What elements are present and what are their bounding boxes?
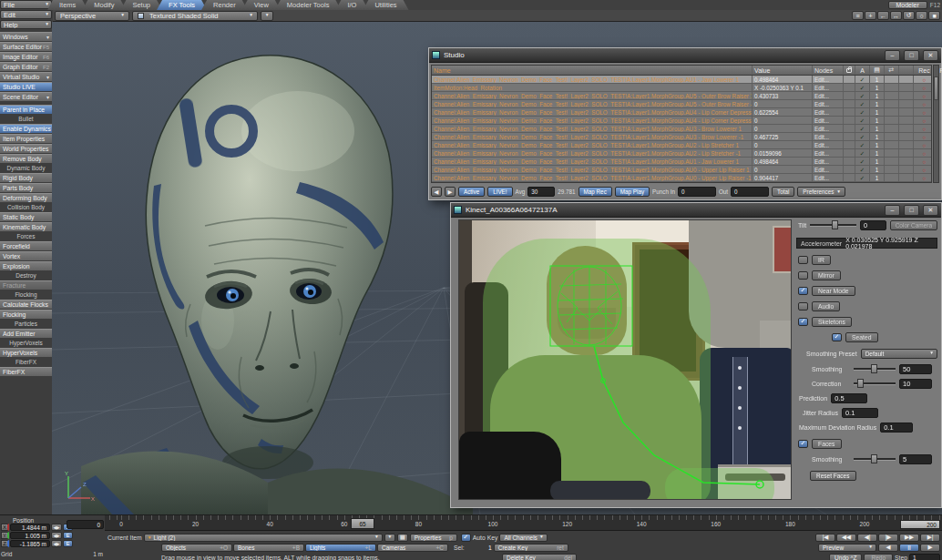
edit-menu[interactable]: Edit▾ (0, 10, 52, 19)
live-toggle[interactable]: LIVE! (487, 187, 512, 197)
Channel:Alien_Emissary_Nevron_Demo_Face_Test!_Layer2_SOLO_TEST!A:Layer1.MorphGroup.AU0 - Upper Lip Raiser 1[interactable]: Channel:Alien_Emissary_Nevron_Demo_Face_… (432, 166, 931, 174)
sidebar-item[interactable]: World Properties (0, 144, 52, 153)
smoothing-field[interactable]: 50 (899, 364, 932, 374)
Channel:Alien_Emissary_Nevron_Demo_Face_Test!_Layer2_SOLO_TEST!A:Layer1.MorphGroup.AU5 - Outer Brow Raiser -1[interactable]: Channel:Alien_Emissary_Nevron_Demo_Face_… (432, 100, 931, 108)
tab[interactable]: View (242, 0, 281, 10)
play-forward-button[interactable]: ▶ (920, 544, 940, 552)
sidebar-item[interactable]: Surface EditorF5 (0, 42, 52, 51)
kinect-titlebar[interactable]: Kinect_A00366A06472137A – □ ✕ (451, 203, 941, 218)
audio-checkbox[interactable]: ✓ (798, 302, 808, 311)
Channel:Alien_Emissary_Nevron_Demo_Face_Test!_Layer2_SOLO_TEST!A:Layer1.MorphGroup.AU2 - Lip Stretcher 1[interactable]: Channel:Alien_Emissary_Nevron_Demo_Face_… (432, 141, 931, 149)
sidebar-item[interactable]: HyperVoxels (0, 339, 52, 347)
minimize-button[interactable]: – (885, 205, 900, 216)
cameras-button[interactable]: Cameras+C (377, 544, 448, 552)
Channel:Alien_Emissary_Nevron_Demo_Face_Test!_Layer2_SOLO_TEST!A:Layer1.MorphGroup.AU0 - Upper Lip Raiser -1[interactable]: Channel:Alien_Emissary_Nevron_Demo_Face_… (432, 174, 931, 182)
sidebar-item[interactable]: FiberFX (0, 367, 52, 376)
sidebar-item[interactable]: Graph EditorF2 (0, 62, 52, 71)
next-key-button[interactable]: ▶▶ (899, 534, 919, 542)
sidebar-item[interactable]: Parent in Place (0, 105, 52, 114)
z-envelope-button[interactable]: E (63, 540, 73, 547)
next-frame-button[interactable]: |▶ (878, 534, 898, 542)
audio-toggle[interactable]: Audio (812, 301, 840, 311)
active-toggle[interactable]: Active (458, 187, 485, 197)
sidebar-item[interactable]: Remove Body (0, 154, 52, 163)
Channel:Alien_Emissary_Nevron_Demo_Face_Test!_Layer2_SOLO_TEST!A:Layer1.MorphGroup.AU5 - Outer Brow Raiser 1[interactable]: Channel:Alien_Emissary_Nevron_Demo_Face_… (432, 92, 931, 100)
tab[interactable]: Setup (120, 0, 162, 10)
punch-out-field[interactable]: 0 (731, 187, 769, 197)
faces-smoothing-slider[interactable] (854, 458, 896, 461)
sidebar-item[interactable]: Vortex (0, 251, 52, 260)
next-take-button[interactable]: ▶ (445, 187, 456, 197)
tilt-field[interactable]: 0 (860, 220, 886, 230)
ItemMotion:Head_Rotation[interactable]: ItemMotion:Head_Rotation X -0.0250363 Y … (432, 84, 931, 92)
properties-button[interactable]: Propertiesp (410, 534, 457, 542)
ir-checkbox[interactable]: ✓ (798, 256, 808, 264)
tab[interactable]: Render (201, 0, 248, 10)
bones-button[interactable]: Bones+B (233, 544, 304, 552)
sidebar-item[interactable]: HyperVoxels (0, 348, 52, 357)
go-end-button[interactable]: ▶| (920, 534, 940, 542)
Channel:Alien_Emissary_Nevron_Demo_Face_Test!_Layer2_SOLO_TEST!A:Layer1.MorphGroup.AU4 - Lip Corner Depressor 1[interactable]: Channel:Alien_Emissary_Nevron_Demo_Face_… (432, 108, 931, 117)
tab[interactable]: Modeler Tools (275, 0, 342, 10)
sidebar-item[interactable]: FiberFX (0, 358, 52, 366)
sidebar-item[interactable]: Flocking (0, 290, 52, 299)
near-mode-checkbox[interactable]: ✓ (798, 287, 808, 295)
tab[interactable]: Items (47, 0, 87, 10)
modeler-button[interactable]: Modeler (888, 1, 927, 9)
avg-field[interactable]: 30 (527, 187, 555, 197)
studio-scrollbar[interactable] (933, 65, 939, 183)
help-menu[interactable]: Help▾ (0, 20, 52, 29)
close-button[interactable]: ✕ (923, 50, 938, 61)
sidebar-item[interactable]: Dynamic Body (0, 164, 52, 172)
maximize-button[interactable]: □ (904, 50, 919, 61)
studio-titlebar[interactable]: Studio – □ ✕ (429, 48, 941, 63)
current-item-dropdown[interactable]: ▾ Light (2) ▾ (144, 534, 383, 542)
tab[interactable]: Utilities (363, 0, 408, 10)
view-mode-dropdown[interactable]: Perspective▾ (55, 11, 129, 21)
play-reverse-button[interactable]: ◀ (878, 544, 898, 552)
Channel:Alien_Emissary_Nevron_Demo_Face_Test!_Layer2_SOLO_TEST!A:Layer1.MorphGroup.AU1 - Jaw Lowerer 1[interactable]: Channel:Alien_Emissary_Nevron_Demo_Face_… (432, 158, 931, 166)
auto-key-checkbox[interactable]: ✓ (461, 534, 471, 542)
pan-icon[interactable]: ↔ (890, 11, 902, 20)
sidebar-item[interactable]: Forces (0, 232, 52, 240)
color-camera-button[interactable]: Color Camera (890, 220, 937, 230)
punch-in-field[interactable]: 0 (678, 187, 716, 197)
mirror-checkbox[interactable]: ✓ (798, 271, 808, 280)
mirror-toggle[interactable]: Mirror (812, 270, 841, 280)
Channel:Alien_Emissary_Nevron_Demo_Face_Test!_Layer2_SOLO_TEST!A:Layer1.MorphGroup.AU4 - Lip Corner Depressor -1[interactable]: Channel:Alien_Emissary_Nevron_Demo_Face_… (432, 117, 931, 125)
sidebar-item[interactable]: Particles (0, 320, 52, 328)
item-list-button[interactable]: ▦ (397, 534, 408, 542)
sidebar-item[interactable]: Kinematic Body (0, 222, 52, 231)
faces-smoothing-field[interactable]: 5 (899, 454, 932, 464)
sidebar-item[interactable]: Windows (0, 32, 52, 41)
sidebar-item[interactable]: Destroy (0, 271, 52, 280)
maximize-button[interactable]: □ (904, 205, 919, 216)
create-key-button[interactable]: Create Keyret (494, 544, 568, 552)
file-menu[interactable]: File▾ (0, 0, 52, 9)
correction-slider[interactable] (854, 382, 896, 385)
viewport-options-dropdown[interactable]: ▾ (261, 11, 273, 21)
objects-button[interactable]: Objects+O (161, 544, 232, 552)
sidebar-item[interactable]: Bullet (0, 115, 52, 123)
smoothing-slider[interactable] (854, 368, 896, 371)
max-deviation-field[interactable]: 0.1 (880, 423, 913, 433)
Channel:Alien_Emissary_Nevron_Demo_Face_Test!_Layer2_SOLO_TEST!A:Layer1.MorphGroup.AU1 - Jaw Lowerer 1[interactable]: Channel:Alien_Emissary_Nevron_Demo_Face_… (432, 76, 931, 84)
sidebar-item[interactable]: Image EditorF6 (0, 52, 52, 61)
sidebar-item[interactable]: Rigid Body (0, 173, 52, 182)
prediction-field[interactable]: 0.5 (831, 393, 867, 403)
timeline-ruler[interactable]: 020406080100120140160180200 65 (105, 515, 942, 531)
smoothing-preset-dropdown[interactable]: Default▾ (861, 349, 937, 359)
Channel:Alien_Emissary_Nevron_Demo_Face_Test!_Layer2_SOLO_TEST!A:Layer1.MorphGroup.AU3 - Brow Lowerer -1[interactable]: Channel:Alien_Emissary_Nevron_Demo_Face_… (432, 133, 931, 141)
sidebar-item[interactable]: Static Body (0, 212, 52, 221)
map-rec-toggle[interactable]: Map Rec (579, 187, 612, 197)
seated-toggle[interactable]: Seated (845, 332, 878, 342)
sidebar-item[interactable]: Enable Dynamics (0, 124, 52, 133)
jitter-radius-field[interactable]: 0.1 (842, 408, 878, 418)
range-start-field[interactable]: 0 (67, 520, 104, 529)
move-tool-icon[interactable]: + (865, 11, 876, 20)
total-button[interactable]: Total (772, 187, 794, 197)
delete-key-button[interactable]: Delete Keydel (502, 554, 577, 560)
y-envelope-button[interactable]: E (63, 532, 73, 539)
rotate-view-icon[interactable]: ↺ (903, 11, 915, 20)
shading-mode-dropdown[interactable]: Textured Shaded Solid ▾ (132, 11, 258, 21)
